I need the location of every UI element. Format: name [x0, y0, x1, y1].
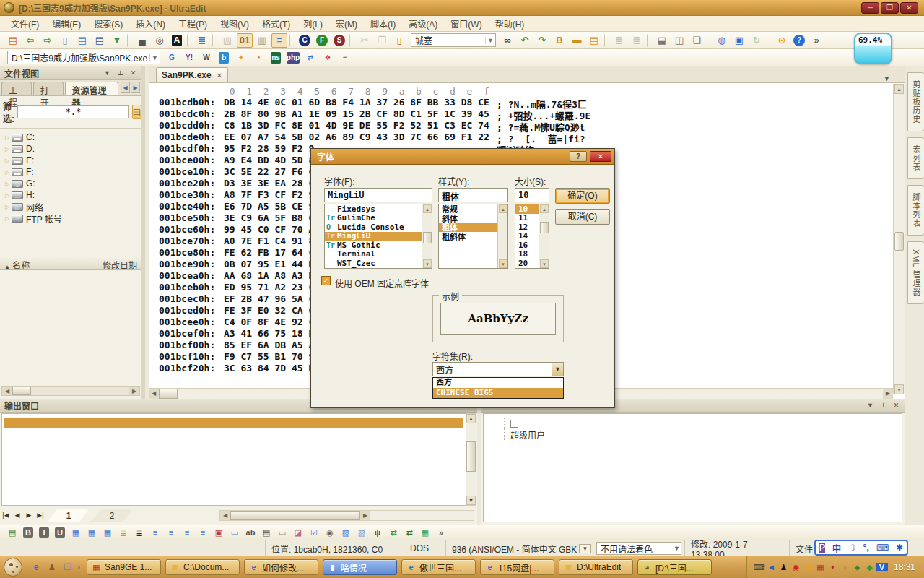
quick-launch-icon[interactable]: ♟	[45, 562, 58, 572]
format-toolbar-icon[interactable]: B	[21, 526, 35, 539]
hex-row[interactable]: 001bcdd0h: C8 1B 3D FC 8E 01 4D 9E DE 55…	[149, 120, 892, 131]
panel-title-button[interactable]: ▼	[102, 68, 113, 78]
toolbar-icon[interactable]: ▯	[57, 33, 73, 48]
scroll-left-icon[interactable]: ◀	[220, 511, 230, 520]
toolbar-icon[interactable]: ▯	[391, 33, 407, 48]
scroll-left-icon[interactable]: ◀	[2, 387, 12, 395]
output-nav-button[interactable]: |◀	[0, 512, 12, 519]
tab-close-icon[interactable]: ✕	[217, 72, 222, 79]
menu-item[interactable]: 格式(T)	[256, 16, 297, 31]
tree-item[interactable]: ▷ ▬ E:	[3, 155, 141, 166]
taskbar-task-button[interactable]: e 傲世三国...	[401, 559, 476, 575]
web-toolbar-icon[interactable]: php	[285, 51, 301, 65]
toolbar-icon[interactable]: B	[552, 33, 567, 48]
ok-button[interactable]: 确定(O)	[555, 188, 610, 204]
taskbar-task-button[interactable]: e 115网盘|...	[480, 559, 554, 575]
toolbar-icon[interactable]: ❐	[374, 33, 390, 48]
format-toolbar-icon[interactable]: ≡	[164, 526, 178, 539]
scrollbar-thumb[interactable]	[466, 441, 476, 472]
font-size-input[interactable]: 10	[515, 188, 549, 202]
tab-scroll-left-icon[interactable]: ◀	[121, 82, 130, 93]
menu-item[interactable]: 插入(N)	[129, 16, 172, 31]
scroll-down-icon[interactable]: ▼	[499, 259, 507, 268]
scroll-right-icon[interactable]: ▶	[883, 389, 893, 399]
expand-arrow-icon[interactable]: ▷	[3, 146, 12, 152]
menu-item[interactable]: 宏(M)	[329, 16, 364, 31]
format-toolbar-icon[interactable]: ▤	[259, 526, 274, 539]
toolbar-icon[interactable]: ▼	[109, 33, 125, 48]
panel-title-button[interactable]: ▼	[865, 400, 876, 410]
toolbar-icon[interactable]: ▬	[569, 33, 585, 48]
name-column-header[interactable]: ▲ 名称	[0, 256, 71, 269]
syntax-highlight-combo[interactable]: 不用语法着色 ▼	[596, 542, 681, 555]
chevron-down-icon[interactable]: ▼	[149, 54, 160, 61]
menu-item[interactable]: 编辑(E)	[45, 16, 87, 31]
font-list-item[interactable]: Tr GulimChe	[325, 214, 422, 223]
user-checkbox[interactable]	[510, 420, 518, 428]
toolbar-icon[interactable]: ≡	[271, 33, 287, 48]
format-toolbar-icon[interactable]: ▦	[418, 526, 432, 539]
web-toolbar-icon[interactable]: Y!	[181, 51, 197, 65]
font-style-input[interactable]: 粗体	[438, 188, 508, 202]
tray-icon[interactable]: ◄	[765, 563, 777, 571]
scroll-down-icon[interactable]: ▼	[894, 384, 904, 394]
expand-arrow-icon[interactable]: ▷	[3, 158, 12, 164]
editor-vertical-scrollbar[interactable]: ▲ ▼	[893, 84, 905, 394]
toolbar-icon[interactable]: ❏	[689, 33, 705, 48]
format-toolbar-icon[interactable]: ▦	[100, 526, 115, 539]
menu-item[interactable]: 窗口(W)	[444, 16, 488, 31]
font-list-item[interactable]: Tr MS Gothic	[325, 241, 422, 250]
format-toolbar-icon[interactable]: ▭	[275, 526, 289, 539]
format-toolbar-icon[interactable]: ≣	[116, 526, 131, 539]
tray-icon[interactable]: ♟	[777, 563, 790, 572]
font-list-item[interactable]: Fixedsys	[325, 204, 422, 214]
format-toolbar-icon[interactable]: ▧	[339, 526, 353, 539]
charset-option[interactable]: 西方	[433, 378, 563, 388]
format-toolbar-icon[interactable]: ψ	[370, 526, 385, 539]
scrollbar-thumb[interactable]	[423, 232, 432, 243]
hex-row[interactable]: 001bcdb0h: DB 14 4E 0C 01 6D B8 F4 1A 37…	[149, 97, 892, 108]
font-name-input[interactable]: MingLiU	[324, 188, 432, 202]
scrollbar-thumb[interactable]	[230, 511, 360, 520]
web-toolbar-icon[interactable]: ❖	[320, 51, 336, 65]
font-list-item[interactable]: O Lucida Console	[325, 223, 422, 232]
scroll-up-icon[interactable]: ▲	[540, 204, 549, 213]
size-list-item[interactable]: 16	[515, 241, 539, 250]
web-toolbar-icon[interactable]: G	[164, 51, 180, 65]
toolbar-icon[interactable]: ▤	[5, 33, 21, 48]
dialog-close-icon[interactable]: ✕	[590, 151, 611, 162]
output-tab[interactable]: 2	[91, 509, 133, 522]
start-button[interactable]	[4, 558, 22, 577]
output-content[interactable]	[1, 413, 466, 506]
ime-bar-icon[interactable]: P	[819, 543, 825, 553]
docked-panel-tab[interactable]: 宏列表	[907, 137, 924, 179]
toolbar-icon[interactable]: ↻	[749, 33, 764, 48]
font-list-item[interactable]: WST_Czec	[325, 259, 422, 268]
sidebar-tab[interactable]: 打开	[33, 82, 64, 95]
size-list-item[interactable]: 20	[515, 259, 539, 268]
toolbar-icon[interactable]: ⇦	[22, 33, 38, 48]
scrollbar-thumb[interactable]	[540, 222, 549, 233]
format-toolbar-icon[interactable]: ▧	[354, 526, 369, 539]
size-list-item[interactable]: 12	[515, 223, 539, 232]
tray-icon[interactable]: V	[876, 563, 888, 571]
tree-item[interactable]: ▷ ▭ H:	[3, 189, 141, 201]
filter-input[interactable]	[17, 105, 129, 118]
status-dropdown-button[interactable]: ▼	[578, 540, 593, 556]
toolbar-icon[interactable]: ▨	[219, 33, 235, 48]
ime-bar-icon[interactable]: ⌨	[876, 543, 889, 553]
font-list-scrollbar[interactable]: ▲ ▼	[422, 204, 432, 268]
toolbar-icon[interactable]: ≣	[629, 33, 645, 48]
toolbar-icon[interactable]	[604, 34, 609, 47]
size-list-item[interactable]: 10	[515, 204, 539, 214]
ime-bar-icon[interactable]: ☽	[848, 543, 856, 553]
scroll-up-icon[interactable]: ▲	[894, 84, 904, 94]
toolbar-icon[interactable]	[212, 34, 217, 47]
format-toolbar-icon[interactable]: ◉	[323, 526, 337, 539]
web-toolbar-icon[interactable]: b	[216, 51, 232, 65]
toolbar-icon[interactable]: ▄	[134, 33, 150, 48]
size-list-item[interactable]: 11	[515, 214, 539, 223]
menu-item[interactable]: 搜索(S)	[87, 16, 129, 31]
style-list-item[interactable]: 粗斜体	[439, 232, 497, 241]
menu-item[interactable]: 高级(A)	[402, 16, 444, 31]
